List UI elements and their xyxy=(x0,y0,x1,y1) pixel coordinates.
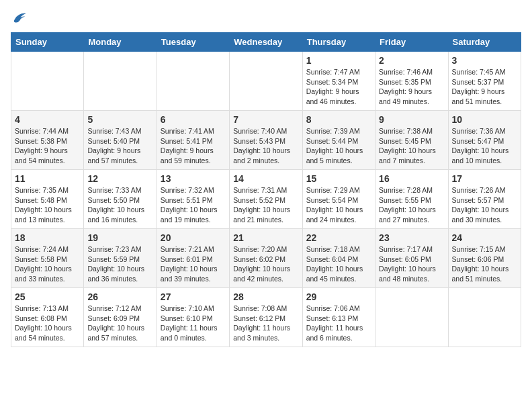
cal-cell: 7Sunrise: 7:40 AM Sunset: 5:43 PM Daylig… xyxy=(230,111,302,170)
day-header-sunday: Sunday xyxy=(11,33,84,52)
cal-cell xyxy=(84,52,157,111)
cell-info: Sunrise: 7:06 AM Sunset: 6:13 PM Dayligh… xyxy=(306,304,371,343)
cell-info: Sunrise: 7:28 AM Sunset: 5:55 PM Dayligh… xyxy=(379,185,444,225)
cal-cell: 19Sunrise: 7:23 AM Sunset: 5:59 PM Dayli… xyxy=(84,229,157,288)
cell-info: Sunrise: 7:12 AM Sunset: 6:09 PM Dayligh… xyxy=(87,304,152,343)
day-number: 16 xyxy=(379,173,444,184)
day-header-tuesday: Tuesday xyxy=(157,33,229,52)
day-number: 6 xyxy=(161,114,226,125)
cal-cell: 21Sunrise: 7:20 AM Sunset: 6:02 PM Dayli… xyxy=(230,229,302,288)
cell-info: Sunrise: 7:29 AM Sunset: 5:54 PM Dayligh… xyxy=(306,185,371,225)
cal-cell: 10Sunrise: 7:36 AM Sunset: 5:47 PM Dayli… xyxy=(448,111,521,170)
day-number: 24 xyxy=(452,232,517,243)
day-number: 29 xyxy=(306,291,371,302)
day-number: 9 xyxy=(379,114,444,125)
day-number: 17 xyxy=(452,173,517,184)
cal-cell: 28Sunrise: 7:08 AM Sunset: 6:12 PM Dayli… xyxy=(230,288,302,347)
cell-info: Sunrise: 7:36 AM Sunset: 5:47 PM Dayligh… xyxy=(452,126,517,166)
cal-cell: 16Sunrise: 7:28 AM Sunset: 5:55 PM Dayli… xyxy=(375,170,448,229)
cal-cell: 12Sunrise: 7:33 AM Sunset: 5:50 PM Dayli… xyxy=(84,170,157,229)
cal-cell: 14Sunrise: 7:31 AM Sunset: 5:52 PM Dayli… xyxy=(230,170,302,229)
cal-cell: 11Sunrise: 7:35 AM Sunset: 5:48 PM Dayli… xyxy=(11,170,84,229)
cell-info: Sunrise: 7:15 AM Sunset: 6:06 PM Dayligh… xyxy=(452,244,517,284)
day-header-friday: Friday xyxy=(375,33,448,52)
cell-info: Sunrise: 7:17 AM Sunset: 6:05 PM Dayligh… xyxy=(379,244,444,284)
day-number: 7 xyxy=(233,114,298,125)
header-row: SundayMondayTuesdayWednesdayThursdayFrid… xyxy=(11,33,521,52)
day-number: 5 xyxy=(87,114,152,125)
day-number: 14 xyxy=(233,173,298,184)
week-row-2: 4Sunrise: 7:44 AM Sunset: 5:38 PM Daylig… xyxy=(11,111,521,170)
cal-cell: 9Sunrise: 7:38 AM Sunset: 5:45 PM Daylig… xyxy=(375,111,448,170)
cal-cell: 4Sunrise: 7:44 AM Sunset: 5:38 PM Daylig… xyxy=(11,111,84,170)
cal-cell: 18Sunrise: 7:24 AM Sunset: 5:58 PM Dayli… xyxy=(11,229,84,288)
week-row-5: 25Sunrise: 7:13 AM Sunset: 6:08 PM Dayli… xyxy=(11,288,521,347)
cell-info: Sunrise: 7:38 AM Sunset: 5:45 PM Dayligh… xyxy=(379,126,444,166)
cell-info: Sunrise: 7:33 AM Sunset: 5:50 PM Dayligh… xyxy=(87,185,152,225)
day-number: 25 xyxy=(15,291,80,302)
cal-cell: 1Sunrise: 7:47 AM Sunset: 5:34 PM Daylig… xyxy=(302,52,375,111)
cell-info: Sunrise: 7:43 AM Sunset: 5:40 PM Dayligh… xyxy=(87,126,152,166)
cal-cell: 20Sunrise: 7:21 AM Sunset: 6:01 PM Dayli… xyxy=(157,229,229,288)
day-number: 27 xyxy=(161,291,226,302)
day-header-saturday: Saturday xyxy=(448,33,521,52)
day-number: 19 xyxy=(87,232,152,243)
cell-info: Sunrise: 7:08 AM Sunset: 6:12 PM Dayligh… xyxy=(233,304,298,343)
day-number: 4 xyxy=(15,114,80,125)
cell-info: Sunrise: 7:35 AM Sunset: 5:48 PM Dayligh… xyxy=(15,185,80,225)
cal-cell xyxy=(375,288,448,347)
cell-info: Sunrise: 7:18 AM Sunset: 6:04 PM Dayligh… xyxy=(306,244,371,284)
cal-cell: 2Sunrise: 7:46 AM Sunset: 5:35 PM Daylig… xyxy=(375,52,448,111)
day-number: 3 xyxy=(452,55,517,66)
cell-info: Sunrise: 7:47 AM Sunset: 5:34 PM Dayligh… xyxy=(306,67,371,107)
day-header-wednesday: Wednesday xyxy=(230,33,302,52)
week-row-3: 11Sunrise: 7:35 AM Sunset: 5:48 PM Dayli… xyxy=(11,170,521,229)
cal-cell: 29Sunrise: 7:06 AM Sunset: 6:13 PM Dayli… xyxy=(302,288,375,347)
cal-cell: 27Sunrise: 7:10 AM Sunset: 6:10 PM Dayli… xyxy=(157,288,229,347)
cell-info: Sunrise: 7:40 AM Sunset: 5:43 PM Dayligh… xyxy=(233,126,298,166)
page-header xyxy=(11,11,521,27)
logo xyxy=(11,11,27,27)
cal-cell: 22Sunrise: 7:18 AM Sunset: 6:04 PM Dayli… xyxy=(302,229,375,288)
week-row-4: 18Sunrise: 7:24 AM Sunset: 5:58 PM Dayli… xyxy=(11,229,521,288)
cal-cell: 25Sunrise: 7:13 AM Sunset: 6:08 PM Dayli… xyxy=(11,288,84,347)
day-number: 15 xyxy=(306,173,371,184)
cell-info: Sunrise: 7:31 AM Sunset: 5:52 PM Dayligh… xyxy=(233,185,298,225)
day-number: 23 xyxy=(379,232,444,243)
day-number: 1 xyxy=(306,55,371,66)
day-number: 8 xyxy=(306,114,371,125)
cal-cell: 26Sunrise: 7:12 AM Sunset: 6:09 PM Dayli… xyxy=(84,288,157,347)
cell-info: Sunrise: 7:20 AM Sunset: 6:02 PM Dayligh… xyxy=(233,244,298,284)
cal-cell xyxy=(448,288,521,347)
day-number: 28 xyxy=(233,291,298,302)
day-number: 21 xyxy=(233,232,298,243)
week-row-1: 1Sunrise: 7:47 AM Sunset: 5:34 PM Daylig… xyxy=(11,52,521,111)
cell-info: Sunrise: 7:13 AM Sunset: 6:08 PM Dayligh… xyxy=(15,304,80,343)
cal-cell: 6Sunrise: 7:41 AM Sunset: 5:41 PM Daylig… xyxy=(157,111,229,170)
day-number: 12 xyxy=(87,173,152,184)
cal-cell: 15Sunrise: 7:29 AM Sunset: 5:54 PM Dayli… xyxy=(302,170,375,229)
day-number: 18 xyxy=(15,232,80,243)
cell-info: Sunrise: 7:41 AM Sunset: 5:41 PM Dayligh… xyxy=(161,126,226,166)
day-number: 2 xyxy=(379,55,444,66)
cell-info: Sunrise: 7:32 AM Sunset: 5:51 PM Dayligh… xyxy=(161,185,226,225)
cal-cell xyxy=(230,52,302,111)
cell-info: Sunrise: 7:45 AM Sunset: 5:37 PM Dayligh… xyxy=(452,67,517,107)
cal-cell xyxy=(11,52,84,111)
cell-info: Sunrise: 7:39 AM Sunset: 5:44 PM Dayligh… xyxy=(306,126,371,166)
day-number: 20 xyxy=(161,232,226,243)
cell-info: Sunrise: 7:44 AM Sunset: 5:38 PM Dayligh… xyxy=(15,126,80,166)
day-number: 26 xyxy=(87,291,152,302)
cell-info: Sunrise: 7:10 AM Sunset: 6:10 PM Dayligh… xyxy=(161,304,226,343)
cell-info: Sunrise: 7:26 AM Sunset: 5:57 PM Dayligh… xyxy=(452,185,517,225)
day-header-thursday: Thursday xyxy=(302,33,375,52)
calendar-table: SundayMondayTuesdayWednesdayThursdayFrid… xyxy=(11,32,521,347)
day-number: 10 xyxy=(452,114,517,125)
cal-cell xyxy=(157,52,229,111)
day-number: 22 xyxy=(306,232,371,243)
cell-info: Sunrise: 7:24 AM Sunset: 5:58 PM Dayligh… xyxy=(15,244,80,284)
cal-cell: 3Sunrise: 7:45 AM Sunset: 5:37 PM Daylig… xyxy=(448,52,521,111)
logo-bird-icon xyxy=(11,11,27,24)
cal-cell: 23Sunrise: 7:17 AM Sunset: 6:05 PM Dayli… xyxy=(375,229,448,288)
cell-info: Sunrise: 7:21 AM Sunset: 6:01 PM Dayligh… xyxy=(161,244,226,284)
